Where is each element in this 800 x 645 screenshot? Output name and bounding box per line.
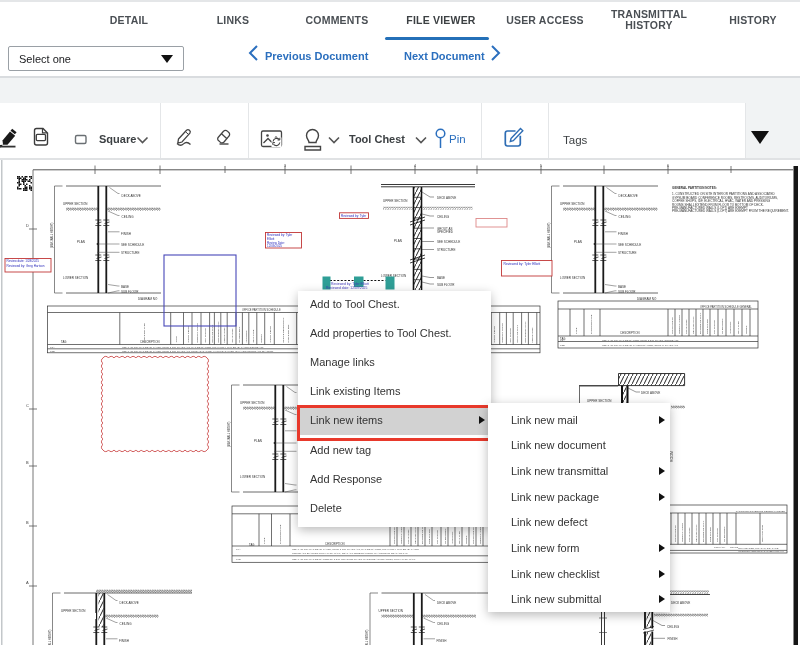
svg-text:STC RATING: STC RATING — [685, 320, 688, 334]
svg-text:NOMINAL WIDTH: NOMINAL WIDTH — [681, 522, 684, 542]
svg-text:NOTES: NOTES — [260, 334, 263, 343]
svg-text:TYPE: TYPE — [263, 537, 266, 544]
svg-text:BOTTOM OF WALL: BOTTOM OF WALL — [524, 321, 527, 343]
svg-text:STL RATING: STL RATING — [231, 329, 234, 343]
svg-text:NOMINAL WIDTH: NOMINAL WIDTH — [678, 314, 681, 334]
svg-text:SPECIFIED: SPECIFIED — [437, 230, 454, 234]
svg-text:GBL 2 HR 5/8" GYP BD (2) LAYER: GBL 2 HR 5/8" GYP BD (2) LAYERS EA SIDE,… — [602, 344, 678, 347]
svg-text:STC RATING: STC RATING — [407, 530, 410, 544]
svg-text:FIRE RATING: FIRE RATING — [706, 319, 709, 334]
svg-text:NOTES: NOTES — [465, 535, 468, 544]
svg-text:DIAGRAM NO: DIAGRAM NO — [637, 297, 657, 301]
svg-text:C: C — [26, 403, 29, 408]
svg-text:HEAD OF WALL: HEAD OF WALL — [414, 526, 417, 544]
svg-text:OFFICE RESIDENTIAL: OFFICE RESIDENTIAL — [282, 317, 285, 343]
svg-text:HEAD OF WALL: HEAD OF WALL — [516, 324, 519, 342]
svg-text:HT RESTRICT: HT RESTRICT — [444, 528, 447, 544]
svg-text:Reviewed by: Greg Hartson: Reviewed by: Greg Hartson — [7, 264, 45, 268]
svg-text:SUB FLOOR: SUB FLOOR — [437, 283, 455, 287]
svg-text:UPPER SECTION: UPPER SECTION — [383, 199, 408, 203]
svg-text:SEE SCHEDULE: SEE SCHEDULE — [437, 240, 460, 244]
svg-text:SEAL TYPE: SEAL TYPE — [252, 329, 255, 342]
svg-text:HT RESTRICT: HT RESTRICT — [723, 526, 726, 542]
svg-text:WIDTH DEPTH: WIDTH DEPTH — [187, 326, 190, 343]
svg-text:PRIMARY: PRIMARY — [714, 546, 726, 549]
svg-text:DESCRIPTION: DESCRIPTION — [325, 542, 344, 546]
svg-text:GBL 1 HR 5/8" GYP BD (2) LAYER: GBL 1 HR 5/8" GYP BD (2) LAYER, STUD 3 5… — [122, 346, 264, 349]
svg-text:DESCRIPTION: DESCRIPTION — [620, 331, 639, 335]
svg-text:BOTTOM OF WALL: BOTTOM OF WALL — [699, 312, 702, 334]
svg-text:A: A — [26, 580, 29, 585]
svg-text:STC RATING: STC RATING — [204, 328, 207, 342]
svg-text:HEAD OF WALL: HEAD OF WALL — [211, 324, 214, 342]
svg-text:HT RESTRICT: HT RESTRICT — [238, 326, 241, 342]
svg-text:HT RESTRICT: HT RESTRICT — [721, 318, 724, 334]
svg-text:Pin: Pin — [449, 133, 466, 145]
svg-text:P4B: P4B — [236, 558, 241, 561]
svg-text:GBL 1 HR 5/8" GYP BD EA SIDE,: GBL 1 HR 5/8" GYP BD EA SIDE, STUD 3 5/8… — [602, 339, 679, 342]
svg-text:STC RATING: STC RATING — [509, 328, 512, 342]
svg-text:GBL 1 HR 5/8" GYP BD EA SIDE O: GBL 1 HR 5/8" GYP BD EA SIDE OF 3 5/8" M… — [292, 558, 416, 561]
svg-text:FIRE RATING: FIRE RATING — [223, 327, 226, 342]
svg-text:SOUND ATT BLANKET FULL HT OF W: SOUND ATT BLANKET FULL HT OF WALL, SEAL … — [292, 552, 408, 555]
svg-text:PARTITION TYPE: PARTITION TYPE — [143, 323, 146, 343]
svg-text:NOMINAL WIDTH: NOMINAL WIDTH — [501, 323, 504, 343]
svg-text:STC RATING: STC RATING — [688, 528, 691, 542]
svg-text:Tags: Tags — [563, 134, 588, 146]
svg-text:STRUCTURE: STRUCTURE — [437, 248, 456, 252]
svg-text:3: 3 — [284, 164, 286, 168]
svg-text:WIDTH DEPTH: WIDTH DEPTH — [493, 326, 496, 343]
svg-text:DECK ABOVE: DECK ABOVE — [437, 196, 456, 200]
svg-text:FINISH: FINISH — [668, 637, 678, 641]
svg-text:WIDTH DEPTH: WIDTH DEPTH — [472, 527, 475, 544]
svg-text:DECK ABOVE: DECK ABOVE — [641, 391, 660, 395]
svg-text:NO NO: NO NO — [730, 546, 738, 549]
svg-text:TYPE: TYPE — [175, 336, 178, 343]
svg-text:OFFICE PARTITION SCHEDULE: OFFICE PARTITION SCHEDULE — [242, 308, 281, 312]
svg-text:OFFICE PARTITION SCHEDULE GENE: OFFICE PARTITION SCHEDULE GENERAL — [700, 305, 752, 309]
svg-text:FIRE RATING: FIRE RATING — [531, 327, 534, 342]
svg-text:P3B: P3B — [560, 344, 565, 347]
svg-text:WIDTH DEPTH: WIDTH DEPTH — [674, 525, 677, 542]
svg-text:PARTITION TYPE: PARTITION TYPE — [590, 314, 593, 334]
svg-text:HEAD OF WALL: HEAD OF WALL — [692, 316, 695, 334]
svg-text:STL RATING: STL RATING — [713, 320, 716, 334]
svg-text:BOTTOM OF WALL: BOTTOM OF WALL — [217, 321, 220, 343]
svg-text:PRE-MANUFACTURED WALLS (LOFT): PRE-MANUFACTURED WALLS (LOFT) ARE EXEMPT… — [672, 209, 789, 213]
svg-text:P3A: P3A — [560, 339, 565, 342]
svg-text:Square: Square — [99, 133, 136, 145]
svg-text:Reviewed by: Tyler: Reviewed by: Tyler — [341, 214, 366, 218]
svg-text:6: 6 — [667, 164, 669, 168]
svg-text:DIAGRAM NO: DIAGRAM NO — [138, 297, 158, 301]
svg-text:FIRE RATING: FIRE RATING — [428, 529, 431, 544]
svg-text:B: B — [26, 520, 29, 525]
svg-text:WIDTH DEPTH: WIDTH DEPTH — [393, 527, 396, 544]
svg-text:TAG: TAG — [249, 543, 255, 547]
svg-text:Tool Chest: Tool Chest — [349, 133, 405, 145]
svg-text:CEILING: CEILING — [667, 625, 680, 629]
svg-text:ACOUSTIC: ACOUSTIC — [729, 321, 732, 334]
svg-text:5: 5 — [540, 164, 542, 168]
svg-text:PARTITION REF: PARTITION REF — [287, 324, 290, 343]
svg-text:D: D — [26, 223, 29, 228]
svg-text:4: 4 — [414, 164, 416, 168]
svg-text:BASE: BASE — [437, 276, 445, 280]
svg-text:SEE FULL SIZE: SEE FULL SIZE — [761, 524, 764, 542]
svg-text:CEILING: CEILING — [437, 215, 450, 219]
svg-text:Reviewed by: Tyler Elliott: Reviewed by: Tyler Elliott — [504, 262, 541, 266]
svg-text:P1B: P1B — [50, 350, 55, 353]
svg-text:PLAN: PLAN — [394, 239, 402, 243]
svg-text:12/09/2025: 12/09/2025 — [267, 244, 282, 248]
svg-text:GBL 1 HR 5/8" GYP BD (2) LAYER: GBL 1 HR 5/8" GYP BD (2) LAYER, STUD 3 5… — [292, 548, 419, 551]
svg-text:ACOUSTIC: ACOUSTIC — [451, 531, 454, 544]
svg-text:NOMINAL WIDTH: NOMINAL WIDTH — [400, 524, 403, 544]
svg-text:P1A: P1A — [50, 346, 55, 349]
svg-text:ACOUSTIC: ACOUSTIC — [245, 330, 248, 343]
svg-text:WIDTH DEPTH: WIDTH DEPTH — [671, 317, 674, 334]
svg-text:NOTES: NOTES — [745, 325, 748, 334]
svg-text:DECK ABOVE: DECK ABOVE — [671, 601, 690, 605]
svg-text:PARTITION SCHEDULE GENERAL NOT: PARTITION SCHEDULE GENERAL NOTES — [736, 510, 786, 513]
svg-text:BOTTOM OF WALL: BOTTOM OF WALL — [702, 520, 705, 542]
svg-text:TYPE: TYPE — [575, 327, 578, 334]
svg-text:GBL 1 HR 5/8" GYP BD (2) LAYER: GBL 1 HR 5/8" GYP BD (2) LAYER, STUD 3 5… — [122, 350, 274, 353]
